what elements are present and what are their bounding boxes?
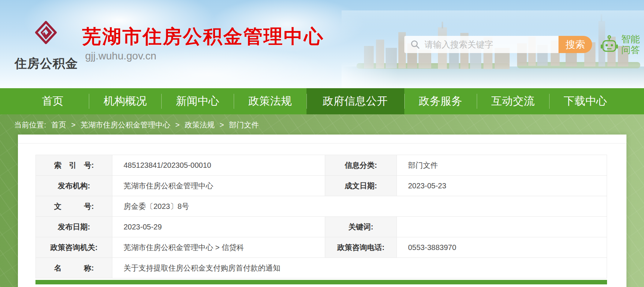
consult-agency-label: 政策咨询机关:	[36, 237, 112, 257]
publish-date-label: 发布日期:	[36, 217, 112, 237]
publish-date-value: 2023-05-29	[112, 217, 325, 237]
doc-number-label: 文 号:	[36, 196, 112, 216]
search-input[interactable]	[420, 37, 559, 52]
table-row: 索 引 号: 485123841/202305-00010 信息分类: 部门文件	[36, 155, 607, 176]
doc-title-value: 关于支持提取住房公积金支付购房首付款的通知	[112, 258, 607, 278]
breadcrumb-center-link[interactable]: 芜湖市住房公积金管理中心	[81, 121, 170, 129]
table-row: 发布机构: 芜湖市住房公积金管理中心 成文日期: 2023-05-23	[36, 176, 607, 196]
consult-phone-label: 政策咨询电话:	[325, 237, 397, 257]
breadcrumb-prefix: 当前位置:	[14, 121, 46, 129]
written-date-value: 2023-05-23	[397, 176, 607, 196]
breadcrumb-separator: >	[175, 121, 180, 129]
breadcrumb-separator: >	[220, 121, 224, 129]
table-row: 发布日期: 2023-05-29 关键词:	[36, 217, 607, 237]
written-date-label: 成文日期:	[325, 176, 397, 196]
table-row: 政策咨询机关: 芜湖市住房公积金管理中心 > 信贷科 政策咨询电话: 0553-…	[36, 237, 607, 258]
consult-phone-value: 0553-3883970	[397, 237, 607, 257]
nav-item-interaction[interactable]: 互动交流	[477, 88, 549, 114]
main-nav: 首页 机构概况 新闻中心 政策法规 政府信息公开 政务服务 互动交流 下载中心	[0, 88, 644, 114]
site-header: 住房公积金 芜湖市住房公积金管理中心 gjj.wuhu.gov.cn 搜索	[0, 0, 644, 88]
document-meta-table: 索 引 号: 485123841/202305-00010 信息分类: 部门文件…	[35, 155, 607, 278]
nav-item-news[interactable]: 新闻中心	[161, 88, 234, 114]
breadcrumb-home-link[interactable]: 首页	[51, 121, 66, 129]
site-url: gjj.wuhu.gov.cn	[85, 50, 156, 62]
nav-item-policies[interactable]: 政策法规	[234, 88, 306, 114]
breadcrumb: 当前位置: 首页 > 芜湖市住房公积金管理中心 > 政策法规 > 部门文件	[0, 114, 644, 130]
nav-item-services[interactable]: 政务服务	[404, 88, 477, 114]
info-category-value: 部门文件	[397, 155, 607, 175]
robot-icon	[600, 35, 618, 54]
issuing-agency-value: 芜湖市住房公积金管理中心	[112, 176, 325, 196]
search-box[interactable]	[404, 36, 559, 53]
keywords-label: 关键词:	[325, 217, 397, 237]
logo-caption: 住房公积金	[10, 55, 83, 72]
index-number-value: 485123841/202305-00010	[112, 155, 325, 175]
info-category-label: 信息分类:	[325, 155, 397, 175]
table-row: 文 号: 房金委〔2023〕8号	[36, 196, 607, 217]
document-card: 索 引 号: 485123841/202305-00010 信息分类: 部门文件…	[18, 135, 626, 287]
doc-title-label: 名 称:	[36, 258, 112, 278]
smart-qa-widget[interactable]: 智能 问答	[600, 34, 640, 56]
card-top-rule	[18, 143, 626, 144]
doc-number-value: 房金委〔2023〕8号	[112, 196, 607, 216]
breadcrumb-policies-link[interactable]: 政策法规	[185, 121, 215, 129]
page: 住房公积金 芜湖市住房公积金管理中心 gjj.wuhu.gov.cn 搜索	[0, 0, 644, 287]
site-logo-icon	[35, 21, 57, 46]
nav-item-downloads[interactable]: 下载中心	[549, 88, 622, 114]
consult-agency-value: 芜湖市住房公积金管理中心 > 信贷科	[112, 237, 325, 257]
smart-qa-label: 智能 问答	[621, 34, 640, 56]
index-number-label: 索 引 号:	[36, 155, 112, 175]
content-area: 当前位置: 首页 > 芜湖市住房公积金管理中心 > 政策法规 > 部门文件 索 …	[0, 114, 644, 287]
content-divider-bar	[35, 280, 607, 284]
search-icon	[410, 40, 420, 49]
nav-item-overview[interactable]: 机构概况	[89, 88, 161, 114]
breadcrumb-dept-docs-link[interactable]: 部门文件	[229, 121, 259, 129]
issuing-agency-label: 发布机构:	[36, 176, 112, 196]
nav-item-gov-info-active[interactable]: 政府信息公开	[307, 88, 404, 114]
search-area: 搜索 智能 问答	[404, 36, 640, 53]
search-button[interactable]: 搜索	[559, 36, 592, 53]
nav-item-home[interactable]: 首页	[16, 88, 89, 114]
keywords-value	[397, 217, 607, 237]
site-title: 芜湖市住房公积金管理中心	[82, 24, 324, 50]
table-row: 名 称: 关于支持提取住房公积金支付购房首付款的通知	[36, 258, 607, 278]
breadcrumb-separator: >	[71, 121, 76, 129]
